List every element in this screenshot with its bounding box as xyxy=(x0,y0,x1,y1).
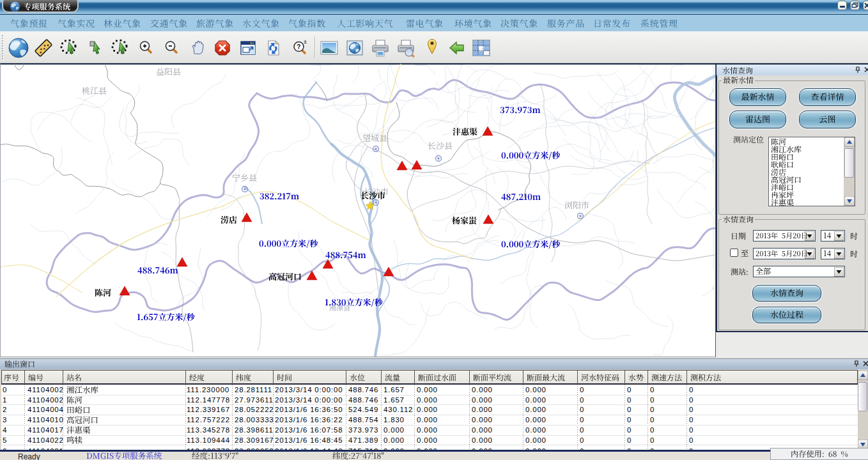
svg-text:±: ± xyxy=(304,38,307,45)
svg-text:?: ? xyxy=(297,43,300,50)
